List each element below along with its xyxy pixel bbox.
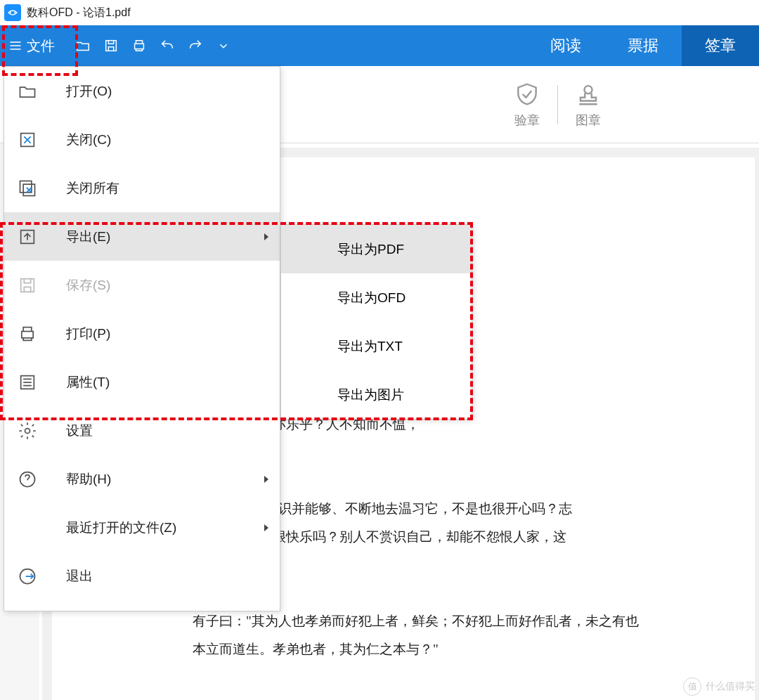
tab-invoice[interactable]: 票据 [604, 25, 682, 66]
watermark-icon: 值 [683, 678, 701, 696]
print-icon[interactable] [126, 33, 152, 58]
properties-icon [17, 372, 38, 393]
stamp-label: 图章 [576, 112, 601, 129]
verify-seal-button[interactable]: 验章 [497, 81, 557, 129]
export-icon [17, 226, 38, 247]
chevron-right-icon [264, 233, 268, 240]
tab-read[interactable]: 阅读 [527, 25, 604, 66]
save-icon[interactable] [98, 33, 124, 58]
help-icon [17, 469, 38, 490]
file-menu-button[interactable]: 文件 [0, 25, 66, 66]
export-pdf[interactable]: 导出为PDF [281, 225, 472, 273]
export-submenu: 导出为PDF 导出为OFD 导出为TXT 导出为图片 [280, 224, 472, 420]
gear-icon [17, 420, 38, 441]
menu-open[interactable]: 打开(O) [4, 67, 280, 115]
tab-sign[interactable]: 签章 [682, 25, 759, 66]
menu-properties[interactable]: 属性(T) [4, 358, 280, 406]
redo-icon[interactable] [183, 33, 208, 58]
save-icon [17, 275, 38, 296]
menu-close-all[interactable]: 关闭所有 [4, 164, 280, 212]
chevron-right-icon [264, 476, 268, 483]
close-file-icon [17, 129, 38, 150]
svg-point-1 [14, 12, 15, 13]
toolbar-quick-icons [66, 25, 236, 66]
print-icon [17, 323, 38, 344]
window-title: 数科OFD - 论语1.pdf [27, 6, 131, 20]
svg-rect-9 [21, 278, 34, 292]
titlebar: 数科OFD - 论语1.pdf [0, 0, 759, 25]
exit-icon [17, 566, 38, 587]
svg-rect-3 [135, 44, 144, 48]
mode-tabs: 阅读 票据 签章 [527, 25, 759, 66]
export-image[interactable]: 导出为图片 [281, 370, 472, 419]
menu-exit[interactable]: 退出 [4, 552, 280, 600]
menu-save: 保存(S) [4, 261, 280, 309]
app-icon [4, 4, 21, 21]
svg-rect-10 [22, 331, 33, 337]
chevron-right-icon [264, 524, 268, 531]
watermark-text: 什么值得买 [706, 680, 755, 693]
undo-icon[interactable] [155, 33, 180, 58]
stamp-icon [575, 81, 602, 108]
shield-check-icon [514, 81, 540, 108]
watermark: 值 什么值得买 [683, 678, 755, 696]
close-all-icon [17, 178, 38, 199]
folder-icon [17, 81, 38, 102]
main-toolbar: 文件 阅读 票据 签章 [0, 25, 759, 66]
stamp-button[interactable]: 图章 [558, 81, 618, 129]
menu-help[interactable]: 帮助(H) [4, 455, 280, 503]
doc-paragraph: 有子曰："其为人也孝弟而好犯上者，鲜矣；不好犯上而好作乱者，未之有也 本立而道生… [193, 607, 720, 663]
menu-export[interactable]: 导出(E) [4, 212, 280, 261]
menu-close[interactable]: 关闭(C) [4, 115, 280, 164]
svg-point-4 [584, 86, 592, 93]
file-menu-dropdown: 打开(O) 关闭(C) 关闭所有 导出(E) 保存(S) 打印(P) 属性(T)… [4, 66, 280, 611]
export-ofd[interactable]: 导出为OFD [281, 273, 472, 322]
file-menu-label: 文件 [27, 37, 55, 56]
svg-point-0 [10, 12, 11, 13]
hamburger-icon [8, 39, 22, 53]
menu-settings[interactable]: 设置 [4, 406, 280, 455]
menu-print[interactable]: 打印(P) [4, 309, 280, 358]
export-txt[interactable]: 导出为TXT [281, 322, 472, 370]
verify-label: 验章 [514, 112, 540, 129]
menu-recent[interactable]: 最近打开的文件(Z) [4, 503, 280, 552]
open-icon[interactable] [70, 33, 96, 58]
svg-point-12 [25, 428, 30, 433]
dropdown-icon[interactable] [211, 33, 236, 58]
svg-rect-2 [106, 41, 117, 51]
